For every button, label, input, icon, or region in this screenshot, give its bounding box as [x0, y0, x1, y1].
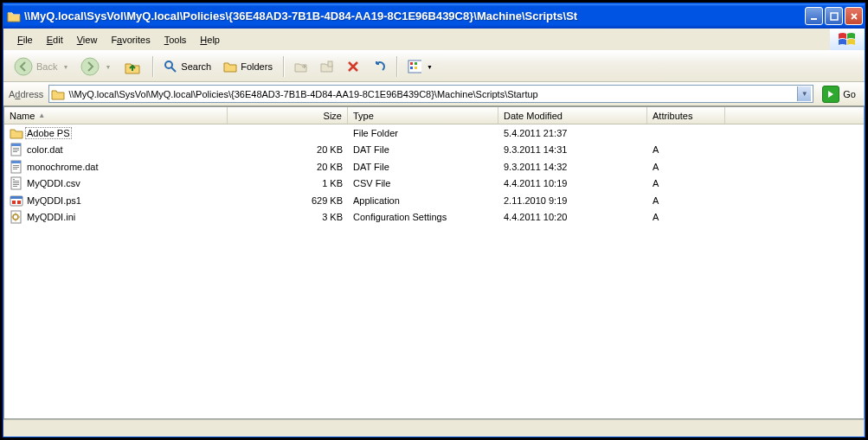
file-size-cell: 629 KB: [228, 195, 348, 206]
search-button[interactable]: Search: [158, 56, 216, 77]
svg-rect-22: [13, 179, 15, 180]
address-label: Address: [9, 89, 43, 99]
undo-button[interactable]: [367, 56, 391, 77]
svg-rect-1: [831, 13, 838, 20]
file-row[interactable]: monochrome.dat20 KBDAT File9.3.2011 14:3…: [4, 158, 864, 175]
menu-favorites[interactable]: Favorites: [104, 32, 157, 48]
file-modified-cell: 4.4.2011 10:20: [498, 212, 647, 222]
file-row[interactable]: MyQDDI.csv1 KBCSV File4.4.2011 10:19A: [4, 175, 864, 193]
views-button[interactable]: ▼: [402, 56, 438, 77]
forward-icon: [80, 57, 100, 76]
folder-icon: [51, 87, 65, 101]
back-icon: [14, 57, 33, 76]
folders-icon: [223, 60, 237, 73]
address-field[interactable]: ▼: [48, 85, 813, 103]
column-header-attributes[interactable]: Attributes: [647, 107, 725, 124]
folder-up-icon: [123, 57, 142, 76]
column-header-modified[interactable]: Date Modified: [498, 107, 647, 124]
folders-button[interactable]: Folders: [218, 56, 278, 77]
menu-view[interactable]: View: [70, 32, 105, 48]
svg-point-3: [81, 58, 99, 75]
forward-button[interactable]: ▼: [75, 54, 116, 80]
file-size-cell: 20 KB: [228, 144, 348, 155]
maximize-button[interactable]: [825, 7, 843, 25]
column-header-name[interactable]: Name ▲: [4, 107, 228, 124]
svg-rect-29: [12, 201, 16, 204]
file-attrs-cell: A: [647, 178, 725, 188]
file-row[interactable]: Adobe PSFile Folder5.4.2011 21:37: [4, 124, 864, 142]
column-headers: Name ▲ Size Type Date Modified Attribute…: [4, 107, 864, 124]
file-row[interactable]: MyQDDI.ini3 KBConfiguration Settings4.4.…: [4, 209, 864, 226]
file-type-cell: DAT File: [348, 162, 498, 172]
file-row[interactable]: MyQDDI.ps1629 KBApplication2.11.2010 9:1…: [4, 192, 864, 209]
go-button[interactable]: Go: [819, 84, 859, 105]
file-name-label: MyQDDI.ps1: [27, 195, 81, 206]
address-input[interactable]: [68, 89, 794, 99]
explorer-window: \\MyQ.local\SysVol\MyQ.local\Policies\{3…: [0, 0, 868, 440]
svg-rect-20: [13, 169, 17, 169]
dropdown-arrow-icon: ▼: [105, 64, 111, 70]
folder-icon: [10, 126, 23, 140]
svg-rect-7: [410, 62, 413, 65]
back-button[interactable]: Back ▼: [9, 54, 74, 80]
titlebar[interactable]: \\MyQ.local\SysVol\MyQ.local\Policies\{3…: [3, 3, 865, 29]
file-name-cell: Adobe PS: [4, 126, 228, 140]
menu-edit[interactable]: Edit: [40, 32, 70, 48]
svg-rect-30: [17, 201, 21, 204]
menu-file[interactable]: File: [10, 32, 40, 48]
file-attrs-cell: A: [647, 162, 725, 172]
column-header-type[interactable]: Type: [348, 107, 498, 124]
menu-help[interactable]: Help: [193, 32, 227, 48]
dat-icon: [10, 143, 23, 156]
file-name-label: MyQDDI.ini: [27, 212, 75, 222]
svg-rect-19: [13, 167, 19, 168]
file-attrs-cell: A: [647, 144, 725, 155]
back-label: Back: [36, 61, 57, 72]
sort-asc-icon: ▲: [38, 112, 45, 119]
folder-icon: [7, 10, 21, 23]
svg-rect-14: [13, 150, 19, 150]
svg-rect-0: [811, 18, 817, 20]
copy-to-button[interactable]: [315, 56, 339, 77]
svg-rect-18: [13, 165, 19, 166]
delete-button[interactable]: [341, 56, 365, 77]
svg-rect-28: [10, 196, 23, 199]
file-modified-cell: 5.4.2011 21:37: [498, 128, 647, 138]
toolbar-separator: [283, 56, 284, 77]
toolbar: Back ▼ ▼ Search: [3, 51, 865, 82]
up-button[interactable]: [118, 54, 147, 80]
delete-icon: [346, 60, 360, 73]
file-rows-container[interactable]: Adobe PSFile Folder5.4.2011 21:37color.d…: [4, 124, 864, 418]
file-size-cell: 20 KB: [228, 162, 348, 172]
file-list: Name ▲ Size Type Date Modified Attribute…: [3, 106, 865, 419]
file-type-cell: DAT File: [348, 144, 498, 155]
window-inner: \\MyQ.local\SysVol\MyQ.local\Policies\{3…: [3, 3, 865, 437]
search-label: Search: [181, 61, 211, 72]
addressbar: Address ▼ Go: [3, 82, 865, 106]
svg-point-2: [15, 58, 32, 75]
windows-flag-icon: [830, 29, 865, 50]
file-size-cell: 1 KB: [228, 178, 348, 188]
file-name-label: Adobe PS: [25, 127, 72, 139]
views-icon: [408, 60, 421, 73]
move-to-button[interactable]: [289, 56, 313, 77]
address-dropdown-icon[interactable]: ▼: [797, 86, 811, 101]
go-icon: [822, 86, 839, 103]
svg-rect-25: [13, 184, 19, 185]
toolbar-separator: [152, 56, 153, 77]
svg-rect-23: [13, 181, 19, 182]
menubar: File Edit View Favorites Tools Help: [3, 29, 865, 51]
file-type-cell: Application: [348, 195, 498, 206]
file-name-cell: MyQDDI.csv: [4, 176, 228, 190]
title-controls: [805, 7, 863, 25]
svg-rect-9: [410, 67, 413, 69]
file-row[interactable]: color.dat20 KBDAT File9.3.2011 14:31A: [4, 142, 864, 159]
minimize-button[interactable]: [805, 7, 823, 25]
file-modified-cell: 9.3.2011 14:32: [498, 162, 647, 172]
undo-icon: [372, 60, 386, 73]
column-header-size[interactable]: Size: [228, 107, 348, 124]
column-header-filler: [725, 107, 864, 124]
close-button[interactable]: [845, 7, 863, 25]
menu-tools[interactable]: Tools: [158, 32, 194, 48]
ini-icon: [10, 210, 23, 224]
